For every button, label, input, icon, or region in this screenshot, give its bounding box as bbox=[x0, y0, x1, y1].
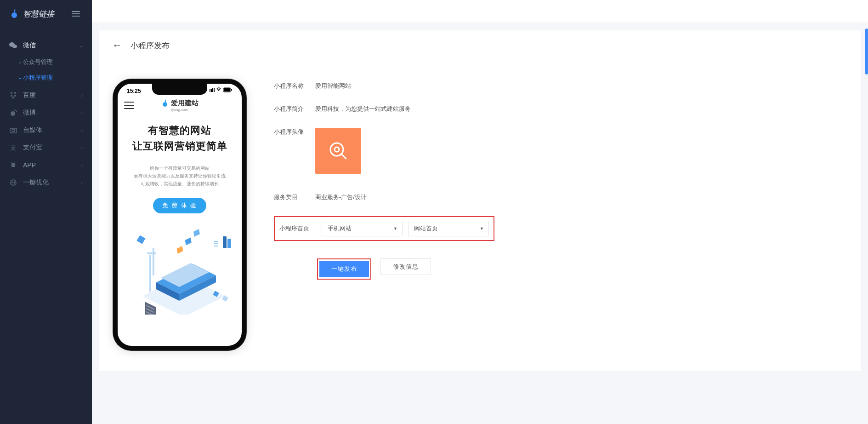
app-logo[interactable]: 智慧链接 bbox=[9, 9, 54, 19]
svg-rect-20 bbox=[212, 88, 213, 92]
form-value: 爱用智能网站 bbox=[315, 82, 351, 90]
avatar-icon bbox=[327, 139, 350, 162]
wechat-icon bbox=[9, 41, 17, 50]
phone-desc-line: 给你一个有流量可交易的网站 bbox=[124, 164, 235, 172]
weibo-icon bbox=[9, 109, 17, 117]
nav-label: 支付宝 bbox=[23, 143, 81, 152]
svg-line-14 bbox=[15, 162, 16, 163]
back-arrow-icon[interactable]: ← bbox=[112, 40, 122, 52]
svg-line-13 bbox=[11, 162, 12, 163]
sidebar-item-seo[interactable]: 一键优化 › bbox=[0, 174, 92, 191]
form-label: 小程序名称 bbox=[274, 82, 315, 90]
sidebar-item-weibo[interactable]: 微博 › bbox=[0, 104, 92, 121]
svg-rect-40 bbox=[149, 255, 151, 292]
svg-rect-41 bbox=[147, 252, 156, 254]
page-title: 小程序发布 bbox=[130, 40, 170, 51]
android-icon bbox=[9, 161, 17, 169]
phone-brand-sub: iyong.com bbox=[171, 108, 188, 112]
svg-point-10 bbox=[12, 129, 15, 132]
form-row-name: 小程序名称 爱用智能网站 bbox=[274, 82, 842, 90]
svg-rect-35 bbox=[214, 241, 218, 242]
sidebar-item-alipay[interactable]: 支 支付宝 › bbox=[0, 139, 92, 156]
svg-rect-39 bbox=[227, 239, 231, 248]
sidebar-item-baidu[interactable]: 百度 › bbox=[0, 86, 92, 104]
modify-button[interactable]: 修改信息 bbox=[380, 258, 431, 275]
svg-rect-47 bbox=[136, 235, 145, 244]
phone-heading-1: 有智慧的网站 bbox=[124, 124, 235, 138]
publish-highlight: 一键发布 bbox=[317, 258, 371, 280]
phone-header: 爱用建站 iyong.com bbox=[118, 96, 242, 116]
select-site-type[interactable]: 手机网站 bbox=[322, 221, 403, 236]
nav-label: 微博 bbox=[23, 109, 81, 117]
nav-sub-label: 公众号管理 bbox=[23, 58, 53, 66]
nav-sub-label: 小程序管理 bbox=[23, 74, 53, 82]
sidebar-item-zimeiti[interactable]: 自媒体 › bbox=[0, 121, 92, 139]
form-label: 小程序简介 bbox=[274, 105, 315, 113]
alipay-icon: 支 bbox=[9, 143, 17, 152]
globe-icon bbox=[9, 178, 17, 187]
sidebar: 智慧链接 微信 ⌄ 公众号管理 bbox=[0, 0, 92, 424]
logo-text: 智慧链接 bbox=[23, 9, 54, 19]
phone-heading-2: 让互联网营销更简单 bbox=[124, 139, 235, 153]
topbar bbox=[92, 0, 868, 23]
status-icons bbox=[210, 87, 233, 94]
card-header: ← 小程序发布 bbox=[99, 30, 861, 61]
nav-label: 微信 bbox=[23, 41, 79, 50]
svg-point-8 bbox=[11, 111, 15, 116]
sidebar-nav: 微信 ⌄ 公众号管理 小程序管理 百度 › bbox=[0, 28, 92, 191]
chevron-right-icon: › bbox=[81, 145, 83, 150]
chevron-right-icon: › bbox=[81, 180, 83, 185]
phone-screen: 15:25 bbox=[118, 84, 242, 346]
form-label: 小程序首页 bbox=[279, 224, 316, 233]
svg-rect-36 bbox=[214, 243, 218, 244]
phone-mockup: 15:25 bbox=[113, 79, 246, 350]
svg-point-6 bbox=[11, 95, 12, 97]
svg-rect-31 bbox=[176, 246, 183, 254]
phone-illustration bbox=[124, 223, 235, 315]
form-label: 小程序头像 bbox=[274, 128, 315, 136]
phone-cta-button: 免 费 体 验 bbox=[153, 198, 207, 213]
avatar bbox=[315, 128, 361, 174]
phone-desc-line: 可观增收，实现流量、业务的持续增长 bbox=[124, 180, 235, 188]
nav-label: APP bbox=[23, 161, 81, 169]
sidebar-item-xcx[interactable]: 小程序管理 bbox=[9, 70, 92, 86]
sidebar-item-gzh[interactable]: 公众号管理 bbox=[9, 54, 92, 70]
form-label: 服务类目 bbox=[274, 193, 315, 201]
select-value: 网站首页 bbox=[414, 224, 438, 233]
select-value: 手机网站 bbox=[328, 224, 352, 233]
publish-button[interactable]: 一键发布 bbox=[319, 261, 369, 277]
chevron-right-icon: › bbox=[81, 93, 83, 98]
select-homepage[interactable]: 网站首页 bbox=[408, 221, 489, 236]
svg-rect-24 bbox=[231, 89, 232, 91]
phone-body: 有智慧的网站 让互联网营销更简单 给你一个有流量可交易的网站 更有强大运营能力以… bbox=[118, 116, 242, 315]
card: ← 小程序发布 15:25 bbox=[99, 30, 861, 371]
svg-point-25 bbox=[163, 102, 167, 107]
sidebar-header: 智慧链接 bbox=[0, 0, 92, 28]
form-row-category: 服务类目 商业服务-广告/设计 bbox=[274, 193, 842, 201]
nav-label: 一键优化 bbox=[23, 178, 81, 187]
form-area: 小程序名称 爱用智能网站 小程序简介 爱用科技，为您提供一站式建站服务 小程序头… bbox=[274, 79, 842, 350]
form-row-homepage: 小程序首页 手机网站 网站首页 bbox=[274, 216, 494, 241]
sidebar-item-app[interactable]: APP › bbox=[0, 156, 92, 174]
logo-icon bbox=[9, 9, 19, 19]
svg-point-7 bbox=[14, 95, 16, 97]
form-row-intro: 小程序简介 爱用科技，为您提供一站式建站服务 bbox=[274, 105, 842, 113]
form-value: 爱用科技，为您提供一站式建站服务 bbox=[315, 105, 411, 113]
svg-rect-33 bbox=[193, 229, 200, 237]
sidebar-item-wechat[interactable]: 微信 ⌄ bbox=[0, 37, 92, 54]
svg-rect-32 bbox=[185, 238, 192, 246]
svg-rect-18 bbox=[210, 89, 210, 92]
baidu-icon bbox=[9, 91, 17, 99]
content-body: ← 小程序发布 15:25 bbox=[92, 23, 868, 424]
svg-rect-37 bbox=[214, 246, 218, 246]
svg-rect-23 bbox=[224, 88, 230, 92]
form-row-avatar: 小程序头像 bbox=[274, 128, 842, 174]
nav-label: 自媒体 bbox=[23, 126, 81, 134]
brand-logo-icon bbox=[161, 99, 169, 108]
scrollbar-thumb[interactable] bbox=[865, 29, 868, 74]
svg-point-51 bbox=[335, 147, 339, 152]
nav-label: 百度 bbox=[23, 91, 81, 99]
svg-point-4 bbox=[11, 92, 12, 94]
sidebar-toggle-icon[interactable] bbox=[69, 7, 83, 21]
phone-notch bbox=[152, 84, 207, 95]
